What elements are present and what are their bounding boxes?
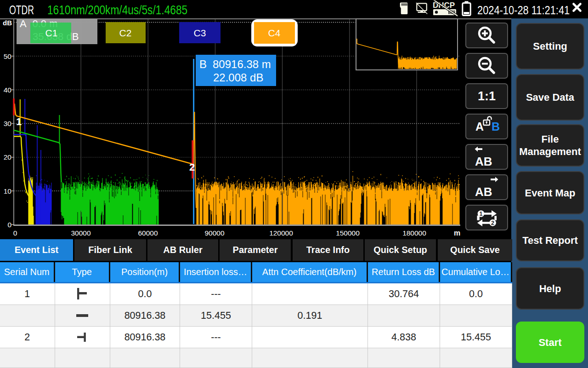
svg-text:C1: C1 bbox=[45, 28, 58, 38]
svg-text:1: 1 bbox=[479, 211, 482, 217]
svg-text:22.008 dB: 22.008 dB bbox=[213, 71, 263, 84]
svg-text:B: B bbox=[492, 120, 500, 133]
svg-text:A: A bbox=[20, 18, 27, 29]
svg-text:150000: 150000 bbox=[336, 229, 360, 237]
svg-text:B: B bbox=[199, 58, 207, 70]
svg-text:0: 0 bbox=[13, 229, 17, 237]
svg-text:1: 1 bbox=[16, 116, 22, 127]
svg-text:180000: 180000 bbox=[402, 229, 426, 237]
svg-text:A: A bbox=[475, 120, 484, 133]
svg-text:90000: 90000 bbox=[204, 229, 224, 237]
svg-text:AB: AB bbox=[475, 155, 492, 168]
svg-text:10: 10 bbox=[4, 187, 12, 195]
svg-text:60000: 60000 bbox=[138, 229, 158, 237]
svg-text:30000: 30000 bbox=[71, 229, 90, 237]
svg-text:AB: AB bbox=[475, 185, 492, 198]
svg-text:0: 0 bbox=[7, 221, 11, 229]
svg-text:C3: C3 bbox=[194, 28, 206, 38]
svg-text:m: m bbox=[454, 229, 460, 237]
svg-text:50: 50 bbox=[4, 52, 12, 60]
svg-text:2: 2 bbox=[491, 220, 494, 226]
svg-text:80916.38 m: 80916.38 m bbox=[213, 58, 271, 70]
svg-text:C4: C4 bbox=[268, 28, 281, 38]
svg-text:20: 20 bbox=[4, 153, 12, 161]
svg-text:C2: C2 bbox=[119, 28, 132, 38]
svg-text:dB: dB bbox=[3, 19, 12, 27]
svg-text:2: 2 bbox=[189, 161, 195, 173]
svg-text:30: 30 bbox=[4, 120, 12, 127]
svg-text:40: 40 bbox=[4, 86, 12, 94]
svg-text:120000: 120000 bbox=[269, 229, 293, 237]
